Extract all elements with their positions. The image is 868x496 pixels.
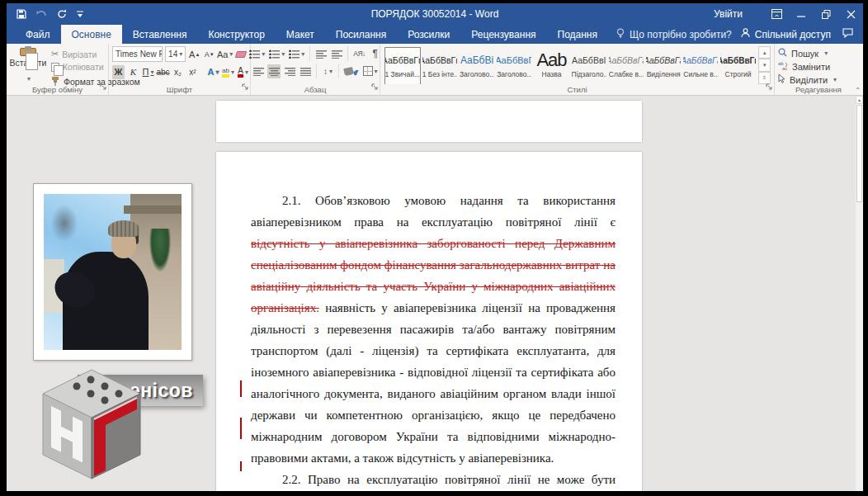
gallery-up-button[interactable]: ▲: [758, 46, 771, 59]
replace-label: Замінити: [792, 62, 830, 72]
sign-in-button[interactable]: Увійти: [714, 8, 743, 20]
strikethrough-button[interactable]: abc: [157, 65, 169, 79]
ribbon-tab-row: ФайлОсновнеВставленняКонструкторМакетПос…: [7, 25, 863, 44]
tab-home[interactable]: Основне: [61, 25, 122, 44]
increase-indent-icon: [332, 50, 342, 59]
tell-me-box[interactable]: Що потрібно зробити?: [616, 25, 732, 44]
minimize-icon[interactable]: [789, 3, 814, 25]
comment-icon[interactable]: [842, 28, 853, 40]
style-sample: АаБбВвГг,: [422, 50, 457, 70]
align-center-icon: [269, 67, 280, 76]
clipboard-dialog-launcher[interactable]: [100, 78, 106, 93]
paragraph-dialog-launcher[interactable]: [371, 78, 378, 93]
ribbon-display-options-icon[interactable]: [764, 3, 789, 25]
styles-group-label: Стилі: [380, 85, 774, 94]
channel-logo: енісов: [30, 366, 203, 490]
align-right-button[interactable]: [283, 64, 296, 78]
vertical-scrollbar[interactable]: ▲: [856, 96, 863, 491]
align-left-button[interactable]: [252, 64, 265, 78]
tab-file[interactable]: Файл: [15, 25, 61, 44]
paste-dropdown-arrow[interactable]: [26, 69, 31, 84]
style-item-2[interactable]: АаБбВіЗаголово...: [459, 47, 495, 84]
tab-references[interactable]: Посилання: [325, 25, 397, 44]
font-dialog-launcher[interactable]: [242, 78, 248, 93]
style-label: 1 Без інте...: [422, 70, 457, 78]
bullets-button[interactable]: [248, 47, 266, 61]
underline-button[interactable]: П: [142, 65, 154, 79]
style-item-4[interactable]: AabНазва: [533, 47, 569, 84]
style-item-5[interactable]: АаБбВвІПідзаголо...: [571, 47, 607, 84]
change-bar: [240, 380, 242, 397]
save-icon[interactable]: [17, 9, 26, 19]
scroll-thumb[interactable]: [856, 105, 862, 202]
justify-button[interactable]: [299, 64, 312, 78]
style-item-7[interactable]: АаБбВвГгВиділення: [645, 47, 682, 84]
replace-button[interactable]: abac Замінити: [778, 61, 859, 72]
tab-insert[interactable]: Вставлення: [122, 25, 198, 44]
align-center-button[interactable]: [267, 64, 281, 78]
borders-button[interactable]: [362, 64, 379, 78]
increase-indent-button[interactable]: [330, 47, 343, 61]
share-button[interactable]: Спільний доступ: [741, 28, 831, 40]
ribbon: Вставити ✂ Вирізати Копіювати Формат за …: [7, 44, 863, 96]
sort-button[interactable]: АЯ↓: [352, 47, 366, 61]
close-icon[interactable]: [838, 3, 863, 25]
tabrow-right: Спільний доступ: [741, 25, 863, 44]
select-button[interactable]: Виділити: [778, 74, 859, 85]
paragraph-group-label: Абзац: [251, 85, 380, 94]
bold-button[interactable]: Ж: [112, 65, 125, 79]
style-label: Слабке в...: [609, 70, 644, 78]
customize-qat-icon[interactable]: [77, 11, 83, 18]
paste-button[interactable]: Вставити: [10, 46, 46, 84]
change-case-button[interactable]: Aa: [218, 47, 232, 61]
multilevel-list-button[interactable]: [288, 47, 305, 61]
style-sample: АаБбВвГг,: [720, 50, 755, 70]
redo-icon[interactable]: [57, 9, 67, 19]
undo-icon[interactable]: [36, 10, 47, 19]
document-text[interactable]: 2.1. Обов’язковою умовою надання та вико…: [251, 190, 616, 491]
shading-button[interactable]: [343, 64, 359, 78]
text-effects-button[interactable]: А: [207, 65, 219, 79]
style-item-1[interactable]: АаБбВвГг,1 Без інте...: [422, 47, 458, 84]
tab-view[interactable]: Подання: [547, 25, 608, 44]
share-label: Спільний доступ: [755, 29, 831, 40]
tab-layout[interactable]: Макет: [276, 25, 325, 44]
clear-formatting-button[interactable]: [234, 47, 247, 61]
restore-icon[interactable]: [814, 3, 838, 25]
italic-button[interactable]: К: [127, 65, 139, 79]
text-segment-normal: 2.1. Обов’язковою умовою надання та вико…: [251, 194, 616, 229]
style-item-9[interactable]: АаБбВвГг,Строгий: [719, 47, 756, 84]
style-item-6[interactable]: АаБбВвГгСлабке в...: [608, 47, 644, 84]
grow-font-button[interactable]: A▲: [188, 47, 200, 61]
borders-icon: [363, 66, 373, 76]
style-item-0[interactable]: АаБбВвГг,1 Звичай...: [384, 47, 421, 84]
numbering-icon: [269, 50, 280, 59]
collapse-ribbon-icon[interactable]: ⌃: [855, 87, 861, 94]
superscript-button[interactable]: x²: [186, 65, 199, 79]
scroll-up-arrow[interactable]: ▲: [856, 96, 863, 104]
highlight-button[interactable]: ab: [222, 65, 234, 79]
font-name-select[interactable]: Times New Ro: [112, 46, 163, 62]
title-bar: ПОРЯДОК 30052014 - Word Увійти: [7, 3, 863, 25]
tab-mailings[interactable]: Розсилки: [397, 25, 460, 44]
shrink-font-button[interactable]: A▼: [203, 47, 215, 61]
find-button[interactable]: Пошук: [778, 48, 859, 59]
numbering-button[interactable]: [268, 47, 285, 61]
tab-design[interactable]: Конструктор: [197, 25, 275, 44]
tab-review[interactable]: Рецензування: [460, 25, 546, 44]
style-item-8[interactable]: АаБбВвГгСильне в...: [682, 47, 719, 84]
decrease-indent-button[interactable]: [314, 47, 328, 61]
change-bar: [240, 418, 242, 439]
subscript-button[interactable]: x₂: [172, 65, 184, 79]
font-color-button[interactable]: А: [237, 65, 249, 79]
gallery-down-button[interactable]: ▼: [758, 59, 771, 71]
styles-dialog-launcher[interactable]: [766, 78, 772, 93]
font-group: Times New Ro 14 A▲ A▼ Aa Ж К П abc x₂ x²…: [109, 44, 251, 95]
change-bar: [240, 461, 242, 471]
line-spacing-button[interactable]: ↕: [321, 64, 334, 78]
font-size-select[interactable]: 14: [165, 46, 186, 62]
document-workspace[interactable]: 2.1. Обов’язковою умовою надання та вико…: [7, 96, 863, 491]
cut-icon: ✂: [51, 49, 59, 59]
page-2[interactable]: 2.1. Обов’язковою умовою надання та вико…: [216, 152, 642, 491]
style-item-3[interactable]: АаБбВвГЗаголово...: [496, 47, 532, 84]
